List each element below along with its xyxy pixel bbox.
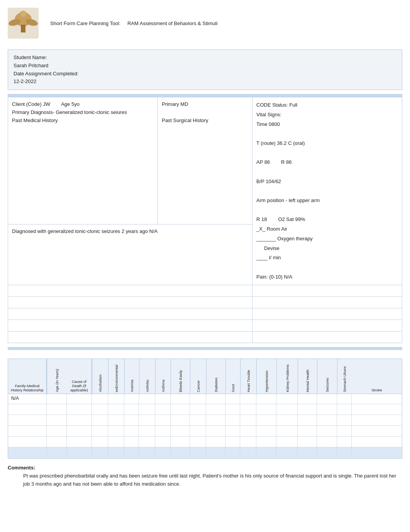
client-code: Client (Code) JW (12, 101, 50, 107)
diagnosis-note-cell: Diagnosed with generalized tonic-clonic … (8, 224, 252, 285)
temp: T (route) 36.2 C (oral) (256, 139, 398, 148)
fh-na-cause (67, 394, 92, 404)
fh-row-6 (8, 447, 402, 458)
student-info-box: Student Name: Sarah Pritchard Date Assig… (8, 49, 402, 90)
page-header: Short Form Care Planning Tool: RAM Asses… (8, 8, 402, 42)
client-info-table: Client (Code) JW Age 5yo Primary Diagnos… (8, 97, 402, 343)
date-label: Date Assignment Completed: (14, 70, 396, 78)
fh-na-bleeds (171, 394, 190, 404)
fh-header-anemia: Anemia (124, 359, 139, 394)
vitals-cell: CODE Status: Full Vital Signs: Time 0800… (252, 97, 402, 285)
o2sat: O2 Sat 99% (278, 216, 305, 222)
fh-na-age (47, 394, 67, 404)
fh-na-gout (225, 394, 240, 404)
fh-row-4 (8, 426, 402, 437)
r18-o2: R 18 O2 Sat 99% (256, 215, 398, 224)
fh-na-stroke (352, 394, 402, 404)
fh-header-gout: Gout (225, 359, 240, 394)
primary-md: Primary MD (162, 100, 248, 109)
r18: R 18 (256, 216, 267, 222)
fh-row-2 (8, 404, 402, 415)
fh-na-anemia (124, 394, 139, 404)
fh-header-alcoholism: Alcoholism (92, 359, 108, 394)
room-air: _X_ Room Air (256, 224, 398, 234)
fh-na-arth (139, 394, 155, 404)
empty-row-2 (8, 297, 252, 308)
fh-header-arthritis: Arthritis (139, 359, 155, 394)
client-code-age: Client (Code) JW Age 5yo (12, 100, 154, 109)
client-mid-cell: Primary MD Past Surgical History (158, 97, 252, 224)
fh-header-cause-death: Cause of Death (if applicable) (67, 359, 92, 394)
arm-position: Arm position - left upper arm (256, 196, 398, 206)
fh-header-asthma: Asthma (155, 359, 171, 394)
fh-na-env (108, 394, 124, 404)
ap: AP 86 (256, 159, 270, 165)
ap-r: AP 86 R 86 (256, 158, 398, 167)
title-part2: RAM Assessment of Behaviors & Stimuli (127, 20, 217, 26)
primary-diagnosis: Primary Diagnosis- Generalized tonic-clo… (12, 109, 154, 117)
fh-row-na: N/A (8, 394, 402, 404)
fh-na-cell: N/A (8, 394, 47, 404)
fh-na-seizures (317, 394, 337, 404)
pain: Pain: (0-10) N/A (256, 272, 398, 282)
empty-row-3-right (252, 308, 402, 320)
svg-rect-2 (21, 25, 25, 32)
empty-row-5 (8, 331, 252, 343)
time: Time 0800 (256, 120, 398, 129)
fh-header-age: Age (In Years) (47, 359, 67, 394)
fh-header-stomach: Stomach Ulcers (337, 359, 352, 394)
student-name-value: Sarah Pritchard (14, 62, 396, 70)
fh-header-mental: Mental Health (298, 359, 317, 394)
fh-na-diabetes (206, 394, 225, 404)
family-header-row: Family Medical History Relationship Age … (8, 359, 402, 394)
fh-na-alc (92, 394, 108, 404)
fh-header-kidney: Kidney Problems (276, 359, 298, 394)
diagnosis-note: Diagnosed with generalized tonic-clonic … (12, 228, 158, 234)
fh-header-relationship: Family Medical History Relationship (8, 359, 47, 394)
empty-row-4 (8, 320, 252, 331)
past-medical-history: Past Medical History (12, 117, 154, 125)
empty-row-5-right (252, 331, 402, 343)
fh-header-seizures: Seizures (317, 359, 337, 394)
comments-text: Pt was prescribed phenobarbital orally a… (8, 472, 402, 488)
bp: B/P 104/62 (256, 177, 398, 187)
empty-row-3 (8, 308, 252, 320)
fh-na-stomach (337, 394, 352, 404)
fh-header-cancer: Cancer (190, 359, 206, 394)
client-left-cell: Client (Code) JW Age 5yo Primary Diagnos… (8, 97, 158, 224)
r-val: R 86 (281, 159, 291, 165)
fh-na-heart (240, 394, 256, 404)
comments-label: Comments: (8, 465, 402, 471)
vital-block: CODE Status: Full Vital Signs: Time 0800… (256, 100, 398, 282)
svg-point-6 (20, 12, 26, 17)
vital-signs: Vital Signs: (256, 110, 398, 120)
fh-header-diabetes: Diabetes (206, 359, 225, 394)
fh-na-kidney (276, 394, 298, 404)
family-history-section: Family Medical History Relationship Age … (8, 359, 402, 459)
fh-header-stroke: Stroke (352, 359, 402, 394)
spacer-1 (8, 350, 402, 355)
fh-na-cancer (190, 394, 206, 404)
blue-divider-2 (8, 347, 402, 350)
header-titles: Short Form Care Planning Tool: RAM Asses… (50, 20, 217, 26)
fh-row-5 (8, 437, 402, 447)
empty-row-2-right (252, 297, 402, 308)
client-age: Age 5yo (61, 101, 80, 107)
fh-header-environmental: esEnvironmental (108, 359, 124, 394)
fh-na-hyp (256, 394, 276, 404)
fh-na-mental (298, 394, 317, 404)
empty-row-1-right (252, 285, 402, 297)
oxygen-therapy: _______ Oxygen therapy (256, 234, 398, 244)
comments-section: Comments: Pt was prescribed phenobarbita… (8, 465, 402, 488)
code-status: CODE Status: Full (256, 100, 398, 110)
fh-header-hypertension: Hypertension (256, 359, 276, 394)
devise: Devise (256, 244, 398, 253)
fh-header-heart: Heart Trouble (240, 359, 256, 394)
lmin: ____ l/ min (256, 253, 398, 263)
fh-row-3 (8, 415, 402, 426)
past-surgical: Past Surgical History (162, 117, 248, 125)
empty-row-1 (8, 285, 252, 297)
logo (8, 8, 39, 39)
student-name-label: Student Name: (14, 54, 396, 62)
empty-row-4-right (252, 320, 402, 331)
